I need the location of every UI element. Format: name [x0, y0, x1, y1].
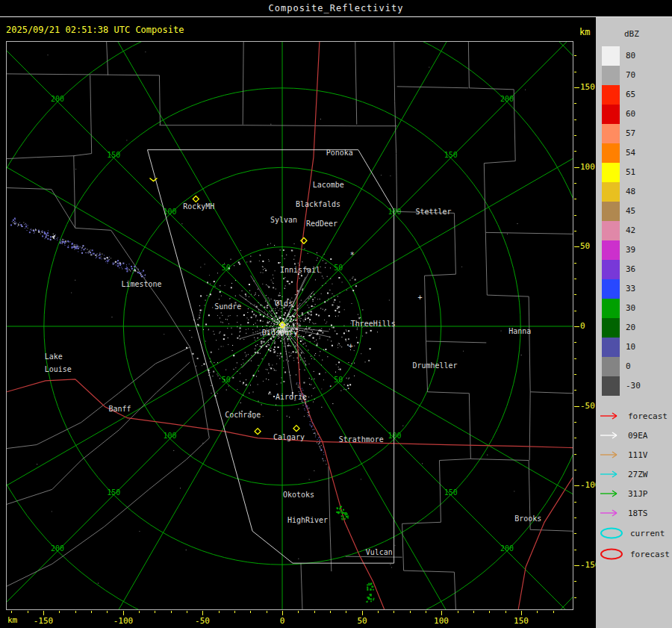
ring-label: 200	[500, 544, 514, 553]
bottom-axis-tick	[171, 611, 172, 613]
right-axis-tick	[574, 581, 576, 582]
bottom-axis-tick	[11, 611, 12, 613]
legend-arrow-label: forecast	[628, 411, 668, 421]
colorbar-entry: 51	[596, 163, 672, 182]
colorbar-swatch	[602, 66, 620, 85]
legend-arrow-label: 31JP	[628, 489, 648, 499]
point-marker: .	[346, 382, 351, 391]
legend-arrow-icon	[600, 470, 623, 479]
city-label: Limestone	[122, 280, 162, 288]
city-label: HighRiver	[287, 516, 328, 524]
bottom-axis-tick	[250, 611, 251, 613]
right-axis-tick	[574, 565, 579, 566]
right-axis-tick	[574, 326, 579, 327]
colorbar-entry: 30	[596, 299, 672, 318]
right-axis-tick	[574, 103, 576, 104]
colorbar-value: 54	[626, 143, 635, 163]
colorbar-value: 30	[626, 299, 635, 318]
legend-ellipse-row: forecast	[596, 544, 672, 565]
bottom-axis-tick	[330, 611, 331, 613]
right-axis-tick	[574, 263, 576, 264]
colorbar-swatch	[602, 182, 620, 202]
colorbar-swatch	[602, 105, 620, 124]
point-marker: +	[349, 342, 353, 350]
colorbar-entry: 33	[596, 279, 672, 299]
right-axis-label: 0	[580, 321, 585, 331]
legend-arrow-icon	[600, 411, 623, 420]
bottom-axis-tick	[410, 611, 411, 613]
city-label: Strathmore	[339, 435, 384, 444]
bottom-axis-tick	[282, 611, 283, 615]
ring-label: 150	[444, 488, 458, 497]
colorbar-entry: 70	[596, 66, 672, 85]
bottom-axis-tick	[43, 611, 44, 615]
colorbar-value: 65	[626, 85, 635, 105]
right-axis-label: 50	[580, 241, 590, 251]
legend-ellipse-icon	[599, 526, 626, 540]
city-label: Ponoka	[326, 149, 353, 157]
right-axis-tick	[574, 533, 576, 534]
colorbar-value: 33	[626, 279, 635, 299]
bottom-axis-tick	[489, 611, 490, 613]
colorbar-swatch	[602, 143, 620, 163]
legend-ellipse-icon	[599, 547, 626, 561]
legend-arrow-icon	[600, 431, 623, 440]
colorbar-swatch	[602, 279, 620, 299]
colorbar-value: 60	[626, 105, 635, 124]
bottom-axis-tick	[139, 611, 140, 613]
right-axis: 150100500-50-100-150	[574, 41, 597, 610]
legend-arrow-icon	[600, 450, 623, 459]
city-label: Cochrane	[225, 411, 261, 419]
bottom-axis-tick	[473, 611, 474, 613]
right-axis-unit: km	[579, 27, 590, 37]
colorbar-swatch	[602, 240, 620, 260]
city-label: Stettler	[415, 208, 451, 216]
city-label: Sundre	[214, 302, 241, 311]
right-axis-tick	[574, 231, 576, 231]
bottom-axis-tick	[393, 611, 394, 613]
colorbar-swatch	[602, 318, 620, 338]
bottom-axis-label: 0	[267, 616, 297, 626]
ring-label: 50	[334, 264, 343, 272]
city-label: Louise	[45, 365, 72, 373]
bottom-axis-label: -150	[28, 616, 58, 626]
colorbar-value: 10	[626, 338, 635, 357]
radar-map: 5010015020050100150200501001502005010015…	[6, 41, 573, 610]
bottom-axis-tick	[267, 611, 267, 613]
city-label: Innisfail	[280, 266, 320, 274]
right-axis-label: 100	[580, 162, 595, 172]
right-axis-tick	[574, 597, 576, 598]
bottom-axis-tick	[441, 611, 442, 615]
legend-arrow-label: 27ZW	[628, 470, 648, 479]
bottom-axis-tick	[537, 611, 538, 613]
city-label: Sylvan	[270, 216, 297, 224]
colorbar-entry: 0	[596, 357, 672, 376]
window-title: Composite_Reflectivity	[269, 3, 404, 13]
legend-arrow-label: 111V	[628, 450, 648, 460]
right-axis-tick	[574, 342, 576, 343]
colorbar-swatch	[602, 85, 620, 105]
city-label: Olds	[275, 299, 293, 308]
legend-arrow-icon	[600, 489, 623, 498]
colorbar-swatch	[602, 163, 620, 182]
legend-ellipse-label: current	[630, 529, 665, 538]
city-label: Vulcan	[366, 548, 393, 556]
city-label: Drumheller	[412, 361, 457, 370]
right-axis-tick	[574, 422, 576, 423]
right-axis-tick	[574, 135, 576, 136]
city-label: ThreeHills	[351, 320, 396, 328]
colorbar-entry: -30	[596, 376, 672, 396]
bottom-axis-tick	[75, 611, 76, 613]
ring-label: 200	[51, 544, 64, 553]
city-label: Didsbury	[262, 329, 298, 337]
colorbar-swatch	[602, 260, 620, 279]
legend-ellipse-row: current	[596, 523, 672, 544]
colorbar-value: 70	[626, 66, 635, 85]
ring-label: 50	[222, 264, 231, 272]
colorbar-title: dBZ	[624, 29, 672, 39]
colorbar-swatch	[602, 357, 620, 376]
colorbar-value: 36	[626, 260, 635, 279]
bottom-axis-tick	[234, 611, 235, 613]
city-label: Brooks	[514, 514, 541, 523]
bottom-axis-tick	[426, 611, 426, 613]
